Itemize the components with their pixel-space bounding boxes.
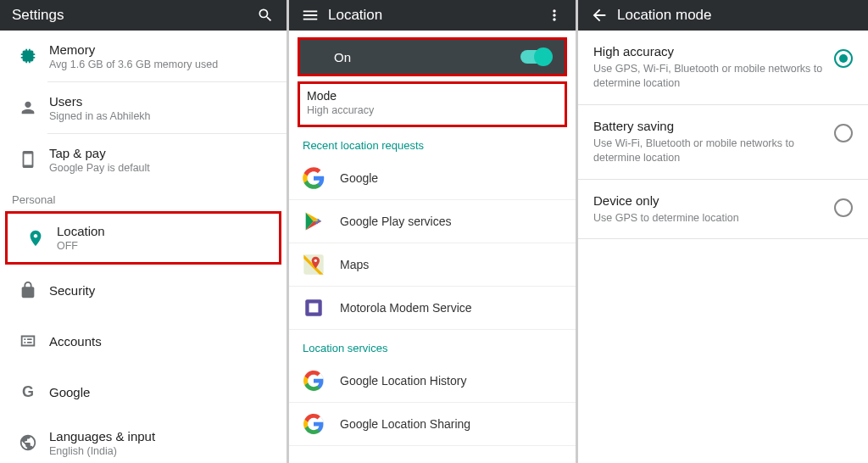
maps-icon [301, 252, 326, 277]
google-g-icon [301, 411, 326, 437]
mode-option-battery-saving[interactable]: Battery saving Use Wi-Fi, Bluetooth or m… [578, 105, 868, 180]
settings-item-label: Accounts [49, 334, 275, 349]
option-sub: Use Wi-Fi, Bluetooth or mobile networks … [593, 137, 824, 165]
option-label: Device only [593, 193, 824, 208]
mode-option-device-only[interactable]: Device only Use GPS to determine locatio… [578, 180, 868, 240]
appbar-settings: Settings [0, 0, 287, 31]
settings-item-sub: English (India) [49, 445, 275, 457]
switch-on-icon[interactable] [520, 50, 551, 64]
location-master-toggle[interactable]: On [298, 37, 567, 76]
memory-icon [12, 47, 44, 65]
settings-list: Memory Avg 1.6 GB of 3.6 GB memory used … [0, 31, 287, 463]
settings-item-sub: Avg 1.6 GB of 3.6 GB memory used [49, 59, 275, 70]
radio-unchecked-icon[interactable] [834, 198, 853, 217]
radio-checked-icon[interactable] [834, 49, 853, 68]
app-label: Maps [340, 258, 369, 271]
recent-requests-header: Recent location requests [289, 127, 576, 157]
service-label: Google Location History [340, 374, 466, 388]
menu-icon[interactable] [301, 6, 320, 25]
globe-icon [12, 433, 44, 452]
more-vert-icon[interactable] [545, 6, 564, 25]
recent-app-google[interactable]: Google [289, 157, 576, 200]
section-personal: Personal [0, 185, 287, 211]
settings-panel: Settings Memory Avg 1.6 GB of 3.6 GB mem… [0, 0, 289, 463]
settings-item-sub: OFF [57, 240, 267, 252]
settings-item-label: Tap & pay [49, 146, 275, 160]
recent-app-motorola-modem[interactable]: Motorola Modem Service [289, 287, 576, 330]
option-sub: Use GPS, Wi-Fi, Bluetooth or mobile netw… [593, 62, 824, 91]
google-g-icon [301, 368, 326, 393]
google-icon: G [12, 383, 44, 401]
user-icon [12, 98, 44, 117]
back-arrow-icon[interactable] [590, 6, 609, 25]
option-label: Battery saving [593, 119, 824, 133]
option-label: High accuracy [593, 44, 824, 59]
settings-item-google[interactable]: G Google [0, 366, 287, 417]
mode-sub: High accuracy [307, 104, 558, 116]
radio-unchecked-icon[interactable] [834, 124, 853, 142]
location-mode-item[interactable]: Mode High accuracy [298, 81, 567, 127]
app-label: Motorola Modem Service [340, 301, 472, 315]
settings-item-label: Memory [49, 42, 275, 57]
appbar-location-mode: Location mode [578, 0, 868, 31]
settings-item-label: Languages & input [49, 429, 275, 443]
settings-item-location[interactable]: Location OFF [5, 211, 281, 265]
mode-option-high-accuracy[interactable]: High accuracy Use GPS, Wi-Fi, Bluetooth … [578, 31, 868, 105]
option-sub: Use GPS to determine location [593, 211, 824, 226]
recent-app-maps[interactable]: Maps [289, 243, 576, 287]
settings-item-label: Location [57, 224, 267, 238]
accounts-icon [12, 332, 44, 350]
settings-item-label: Security [49, 283, 275, 298]
appbar-title: Location [328, 7, 382, 24]
settings-item-sub: Google Pay is default [49, 162, 275, 174]
google-g-icon [301, 165, 326, 191]
appbar-title: Settings [12, 7, 64, 24]
appbar-title: Location mode [617, 7, 712, 24]
settings-item-label: Users [49, 94, 275, 109]
location-mode-panel: Location mode High accuracy Use GPS, Wi-… [578, 0, 868, 463]
play-services-icon [301, 209, 326, 234]
location-services-header: Location services [289, 330, 576, 360]
lock-icon [12, 281, 44, 299]
appbar-location: Location [289, 0, 576, 31]
tap-pay-icon [12, 150, 44, 169]
recent-app-play-services[interactable]: Google Play services [289, 200, 576, 243]
app-label: Google Play services [340, 215, 452, 228]
location-panel: Location On Mode High accuracy Recent lo… [289, 0, 578, 463]
modem-icon [301, 295, 326, 321]
svg-point-5 [314, 259, 317, 262]
mode-label: Mode [307, 89, 558, 103]
location-pin-icon [19, 229, 52, 248]
service-location-sharing[interactable]: Google Location Sharing [289, 403, 576, 446]
settings-item-security[interactable]: Security [0, 265, 287, 315]
service-label: Google Location Sharing [340, 417, 470, 431]
search-icon[interactable] [256, 6, 275, 25]
app-label: Google [340, 171, 378, 185]
settings-item-label: Google [49, 385, 275, 399]
settings-item-memory[interactable]: Memory Avg 1.6 GB of 3.6 GB memory used [0, 31, 287, 81]
settings-item-tap-pay[interactable]: Tap & pay Google Pay is default [0, 134, 287, 185]
service-location-history[interactable]: Google Location History [289, 360, 576, 403]
settings-item-languages[interactable]: Languages & input English (India) [0, 417, 287, 463]
toggle-label: On [334, 50, 351, 64]
settings-item-sub: Signed in as Abhilekh [49, 110, 275, 122]
location-list: On Mode High accuracy Recent location re… [289, 31, 576, 463]
svg-rect-7 [309, 304, 319, 313]
settings-item-accounts[interactable]: Accounts [0, 315, 287, 366]
settings-item-users[interactable]: Users Signed in as Abhilekh [0, 82, 287, 133]
mode-options-list: High accuracy Use GPS, Wi-Fi, Bluetooth … [578, 31, 868, 463]
